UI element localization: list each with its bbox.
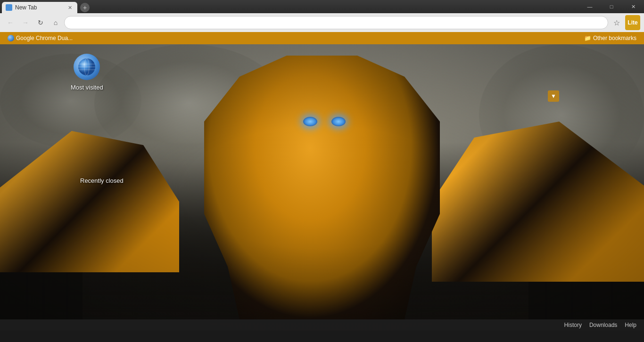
other-bookmarks-button[interactable]: 📁 Other bookmarks bbox=[580, 34, 640, 42]
downloads-link[interactable]: Downloads bbox=[589, 322, 617, 328]
address-input[interactable] bbox=[70, 19, 602, 26]
title-bar: New Tab ✕ + — □ ✕ bbox=[0, 0, 644, 13]
tab-label: New Tab bbox=[15, 4, 63, 11]
bookmark-button[interactable]: ☆ bbox=[610, 16, 623, 29]
tab-close-button[interactable]: ✕ bbox=[66, 4, 74, 11]
extension-button[interactable]: Lite bbox=[625, 15, 640, 30]
bookmark-label-0: Google Chrome Dua... bbox=[16, 35, 73, 41]
close-button[interactable]: ✕ bbox=[622, 0, 644, 13]
other-bookmarks-label: Other bookmarks bbox=[593, 35, 636, 41]
recently-closed-label: Recently closed bbox=[80, 177, 124, 184]
active-tab[interactable]: New Tab ✕ bbox=[2, 2, 77, 13]
recently-closed-section: Recently closed bbox=[80, 176, 124, 185]
main-content: Most visited Recently closed ▼ History D… bbox=[0, 44, 644, 331]
forward-button[interactable]: → bbox=[19, 16, 32, 29]
refresh-button[interactable]: ↻ bbox=[34, 16, 47, 29]
navigation-bar: ← → ↻ ⌂ ☆ Lite bbox=[0, 13, 644, 32]
bookmark-favicon-0 bbox=[8, 35, 14, 41]
window-controls: — □ ✕ bbox=[579, 0, 644, 13]
tab-favicon bbox=[6, 4, 12, 11]
help-link[interactable]: Help bbox=[625, 322, 636, 328]
back-button[interactable]: ← bbox=[4, 16, 17, 29]
most-visited-icon[interactable] bbox=[74, 54, 100, 80]
maximize-button[interactable]: □ bbox=[601, 0, 622, 13]
new-tab-button[interactable]: + bbox=[78, 2, 91, 13]
address-bar[interactable] bbox=[64, 16, 608, 29]
history-link[interactable]: History bbox=[564, 322, 582, 328]
most-visited-label: Most visited bbox=[71, 84, 103, 91]
new-tab-icon: + bbox=[80, 3, 90, 12]
folder-icon: 📁 bbox=[584, 35, 591, 41]
tab-strip: New Tab ✕ + bbox=[0, 0, 91, 13]
bottom-bar: History Downloads Help bbox=[0, 319, 644, 331]
bookmark-item-0[interactable]: Google Chrome Dua... bbox=[4, 34, 76, 42]
collapse-icon: ▼ bbox=[551, 93, 556, 99]
nav-actions: ☆ Lite bbox=[610, 15, 640, 30]
bookmarks-bar-right: 📁 Other bookmarks bbox=[580, 34, 640, 42]
minimize-button[interactable]: — bbox=[579, 0, 601, 13]
home-button[interactable]: ⌂ bbox=[49, 16, 62, 29]
collapse-button[interactable]: ▼ bbox=[548, 90, 559, 102]
bookmarks-bar: Google Chrome Dua... 📁 Other bookmarks bbox=[0, 32, 644, 44]
most-visited-section: Most visited bbox=[71, 54, 103, 91]
